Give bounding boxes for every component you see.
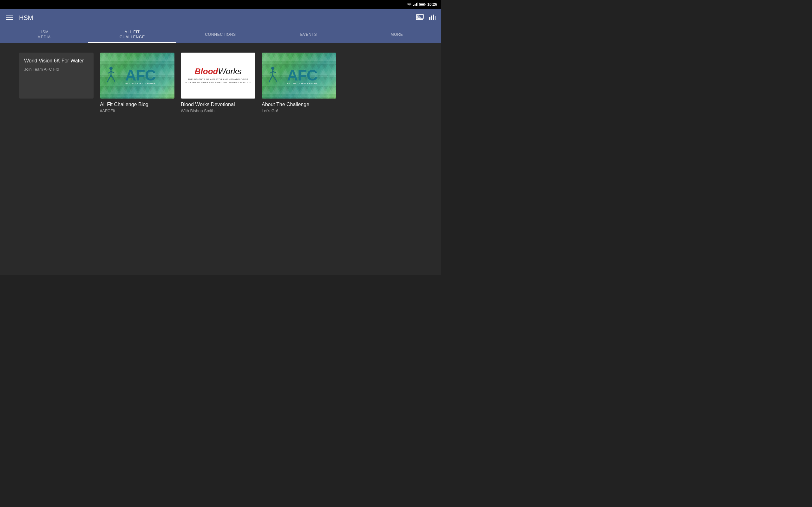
wifi-icon <box>407 3 412 6</box>
card-title: World Vision 6K For Water <box>24 58 89 64</box>
svg-rect-3 <box>417 3 418 6</box>
time-display: 10:26 <box>427 2 437 7</box>
card-image-afc1: AFC ALL FIT CHALLENGE <box>100 53 174 99</box>
nav-tabs: HSM MEDIA ALL FIT CHALLENGE CONNECTIONS … <box>0 26 441 43</box>
card-label-about: About The Challenge <box>262 102 336 107</box>
cast-icon <box>416 14 424 20</box>
tab-hsm-media[interactable]: HSM MEDIA <box>0 26 88 43</box>
svg-line-24 <box>113 78 115 81</box>
svg-rect-10 <box>429 17 430 20</box>
svg-line-32 <box>270 75 273 79</box>
status-icons: 10:26 <box>407 2 437 7</box>
signal-icon <box>413 3 418 6</box>
status-bar: 10:26 <box>0 0 441 9</box>
svg-point-9 <box>416 19 417 20</box>
content-area: World Vision 6K For Water Join Team AFC … <box>0 43 441 275</box>
tab-more[interactable]: MORE <box>353 26 441 43</box>
card-sublabel-blog: #AFCFit <box>100 108 174 113</box>
app-bar-actions <box>416 14 436 21</box>
svg-rect-2 <box>416 3 417 6</box>
card-label-bloodworks: Blood Works Devotional <box>181 102 255 107</box>
svg-rect-12 <box>433 14 434 20</box>
card-about-challenge[interactable]: AFC ALL FIT CHALLENGE About The Challeng… <box>262 53 336 113</box>
card-sublabel-about: Let's Go! <box>262 108 336 113</box>
card-world-vision[interactable]: World Vision 6K For Water Join Team AFC … <box>19 53 94 99</box>
bar-chart-icon <box>429 14 436 20</box>
app-title: HSM <box>19 14 416 21</box>
svg-line-23 <box>107 79 109 82</box>
menu-button[interactable] <box>5 14 14 21</box>
svg-rect-13 <box>435 16 436 20</box>
svg-rect-6 <box>425 4 426 5</box>
svg-rect-0 <box>413 5 414 6</box>
cast-button[interactable] <box>416 14 424 21</box>
tab-events[interactable]: EVENTS <box>264 26 353 43</box>
battery-icon <box>419 3 426 6</box>
svg-point-28 <box>271 66 274 70</box>
svg-rect-5 <box>420 3 424 5</box>
card-label-blog: All Fit Challenge Blog <box>100 102 174 107</box>
card-sublabel-bloodworks: With Bishop Smith <box>181 108 255 113</box>
svg-line-35 <box>275 78 276 81</box>
card-all-fit-blog[interactable]: AFC ALL FIT CHALLENGE All Fit Challenge … <box>100 53 174 113</box>
app-bar: HSM <box>0 9 441 26</box>
svg-line-21 <box>109 75 111 79</box>
cards-row: World Vision 6K For Water Join Team AFC … <box>19 53 422 113</box>
card-image-bloodworks: BloodWorks THE INSIGHTS OF A PASTOR AND … <box>181 53 255 99</box>
tab-connections[interactable]: CONNECTIONS <box>176 26 264 43</box>
svg-line-34 <box>269 79 270 82</box>
card-blood-works[interactable]: BloodWorks THE INSIGHTS OF A PASTOR AND … <box>181 53 255 113</box>
svg-point-17 <box>109 66 113 70</box>
tab-all-fit-challenge[interactable]: ALL FIT CHALLENGE <box>88 26 176 43</box>
svg-line-33 <box>273 75 275 78</box>
card-image-afc2: AFC ALL FIT CHALLENGE <box>262 53 336 99</box>
bloodworks-description: THE INSIGHTS OF A PASTOR AND HEMATOLOGIS… <box>185 78 251 84</box>
card-subtitle: Join Team AFC Fit! <box>24 67 89 72</box>
stats-button[interactable] <box>429 14 436 21</box>
svg-rect-11 <box>431 15 432 20</box>
svg-rect-1 <box>415 4 415 6</box>
svg-line-22 <box>111 75 113 78</box>
